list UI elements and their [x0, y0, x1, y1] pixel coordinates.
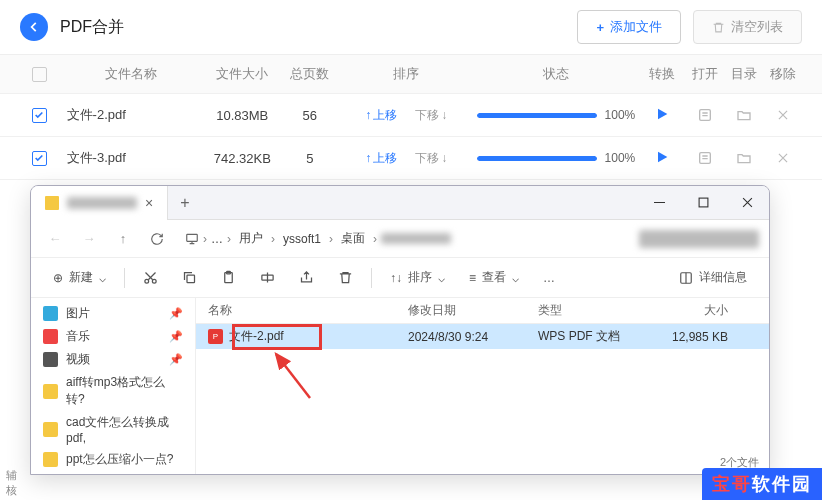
path-blurred — [381, 233, 451, 244]
svg-rect-6 — [187, 275, 195, 283]
arrow-down-icon: ↓ — [441, 108, 447, 122]
plus-circle-icon: ⊕ — [53, 271, 63, 285]
pin-icon: 📌 — [169, 307, 183, 320]
rename-icon — [260, 270, 275, 285]
paste-icon — [221, 270, 236, 285]
copy-icon — [182, 270, 197, 285]
arrow-up-icon: ↑ — [365, 151, 371, 165]
arrow-down-icon: ↓ — [441, 151, 447, 165]
nav-up-button[interactable]: ↑ — [109, 225, 137, 253]
col-date[interactable]: 修改日期 — [408, 302, 538, 319]
col-size[interactable]: 大小 — [648, 302, 728, 319]
file-row-selected[interactable]: P文件-2.pdf 2024/8/30 9:24 WPS PDF 文档 12,9… — [196, 324, 769, 349]
sidebar-folder-3[interactable]: ppt怎么压缩小一点? — [31, 448, 195, 471]
col-name[interactable]: 文件名称 — [59, 65, 204, 83]
address-bar[interactable]: ›… ›用户 ›yssoft1 ›桌面 › — [177, 228, 633, 249]
new-tab-button[interactable]: + — [168, 194, 201, 212]
file-size: 742.32KB — [204, 151, 281, 166]
col-remove: 移除 — [763, 65, 802, 83]
delete-button[interactable] — [328, 265, 363, 290]
convert-button[interactable] — [654, 110, 670, 125]
cut-button[interactable] — [133, 265, 168, 290]
nav-refresh-button[interactable] — [143, 225, 171, 253]
table-row[interactable]: 文件-3.pdf 742.32KB 5 ↑上移 下移↓ 100% — [0, 137, 822, 180]
nav-forward-button[interactable]: → — [75, 225, 103, 253]
more-button[interactable]: … — [533, 266, 565, 290]
view-menu[interactable]: ≡查看⌵ — [459, 264, 529, 291]
convert-button[interactable] — [654, 153, 670, 168]
music-icon — [43, 329, 58, 344]
explorer-toolbar: ⊕新建⌵ ↑↓排序⌵ ≡查看⌵ … 详细信息 — [31, 258, 769, 298]
col-pages[interactable]: 总页数 — [281, 65, 339, 83]
plus-icon: + — [596, 20, 604, 35]
sidebar-folder-2[interactable]: cad文件怎么转换成pdf, — [31, 411, 195, 448]
move-up-button[interactable]: ↑上移 — [365, 107, 397, 124]
file-list[interactable]: 名称 修改日期 类型 大小 P文件-2.pdf 2024/8/30 9:24 W… — [196, 298, 769, 474]
col-open: 打开 — [686, 65, 725, 83]
explorer-tab[interactable]: × — [31, 186, 168, 220]
trash-icon — [712, 21, 725, 34]
directory-button[interactable] — [733, 104, 755, 126]
tab-close-button[interactable]: × — [145, 195, 153, 211]
pin-icon: 📌 — [169, 330, 183, 343]
clear-list-button[interactable]: 清空列表 — [693, 10, 802, 44]
copy-button[interactable] — [172, 265, 207, 290]
file-size: 10.83MB — [204, 108, 281, 123]
remove-button[interactable] — [772, 147, 794, 169]
paste-button[interactable] — [211, 265, 246, 290]
table-header: 文件名称 文件大小 总页数 排序 状态 转换 打开 目录 移除 — [0, 55, 822, 94]
details-button[interactable]: 详细信息 — [669, 264, 757, 291]
select-all-checkbox[interactable] — [32, 67, 47, 82]
svg-point-4 — [145, 279, 149, 283]
open-button[interactable] — [694, 104, 716, 126]
view-icon: ≡ — [469, 271, 476, 285]
share-button[interactable] — [289, 265, 324, 290]
pictures-icon — [43, 306, 58, 321]
tab-title-blurred — [67, 197, 137, 209]
sidebar-folder-1[interactable]: aiff转mp3格式怎么转? — [31, 371, 195, 411]
col-type[interactable]: 类型 — [538, 302, 648, 319]
nav-bar: ← → ↑ ›… ›用户 ›yssoft1 ›桌面 › — [31, 220, 769, 258]
progress-text: 100% — [605, 151, 636, 165]
explorer-sidebar[interactable]: 图片📌 音乐📌 视频📌 aiff转mp3格式怎么转? cad文件怎么转换成pdf… — [31, 298, 196, 474]
close-button[interactable] — [725, 186, 769, 220]
titlebar[interactable]: × + — [31, 186, 769, 220]
minimize-button[interactable] — [637, 186, 681, 220]
sidebar-music[interactable]: 音乐📌 — [31, 325, 195, 348]
file-name: 文件-2.pdf — [59, 106, 204, 124]
sidebar-pictures[interactable]: 图片📌 — [31, 302, 195, 325]
move-down-button[interactable]: 下移↓ — [415, 150, 447, 167]
search-blurred[interactable] — [639, 230, 759, 248]
open-button[interactable] — [694, 147, 716, 169]
sort-menu[interactable]: ↑↓排序⌵ — [380, 264, 455, 291]
nav-back-button[interactable]: ← — [41, 225, 69, 253]
col-status: 状态 — [474, 65, 638, 83]
monitor-icon — [185, 232, 199, 246]
video-icon — [43, 352, 58, 367]
move-up-button[interactable]: ↑上移 — [365, 150, 397, 167]
back-button[interactable] — [20, 13, 48, 41]
maximize-button[interactable] — [681, 186, 725, 220]
pin-icon: 📌 — [169, 353, 183, 366]
trash-icon — [338, 270, 353, 285]
remove-button[interactable] — [772, 104, 794, 126]
sidebar-video[interactable]: 视频📌 — [31, 348, 195, 371]
svg-rect-3 — [187, 234, 198, 241]
directory-button[interactable] — [733, 147, 755, 169]
app-header: PDF合并 + 添加文件 清空列表 — [0, 0, 822, 55]
page-title: PDF合并 — [60, 17, 124, 38]
col-size[interactable]: 文件大小 — [203, 65, 280, 83]
row-checkbox[interactable] — [32, 108, 47, 123]
arrow-up-icon: ↑ — [365, 108, 371, 122]
add-file-button[interactable]: + 添加文件 — [577, 10, 681, 44]
new-button[interactable]: ⊕新建⌵ — [43, 264, 116, 291]
row-checkbox[interactable] — [32, 151, 47, 166]
sidebar-folder-4[interactable]: 如何合并几个pdf文件在 — [31, 471, 195, 474]
file-explorer-window[interactable]: × + ← → ↑ ›… ›用户 ›yssoft1 ›桌面 › ⊕新建⌵ — [30, 185, 770, 475]
rename-button[interactable] — [250, 265, 285, 290]
table-row[interactable]: 文件-2.pdf 10.83MB 56 ↑上移 下移↓ 100% — [0, 94, 822, 137]
move-down-button[interactable]: 下移↓ — [415, 107, 447, 124]
progress-bar — [477, 113, 597, 118]
col-name[interactable]: 名称 — [208, 302, 408, 319]
svg-point-5 — [152, 279, 156, 283]
